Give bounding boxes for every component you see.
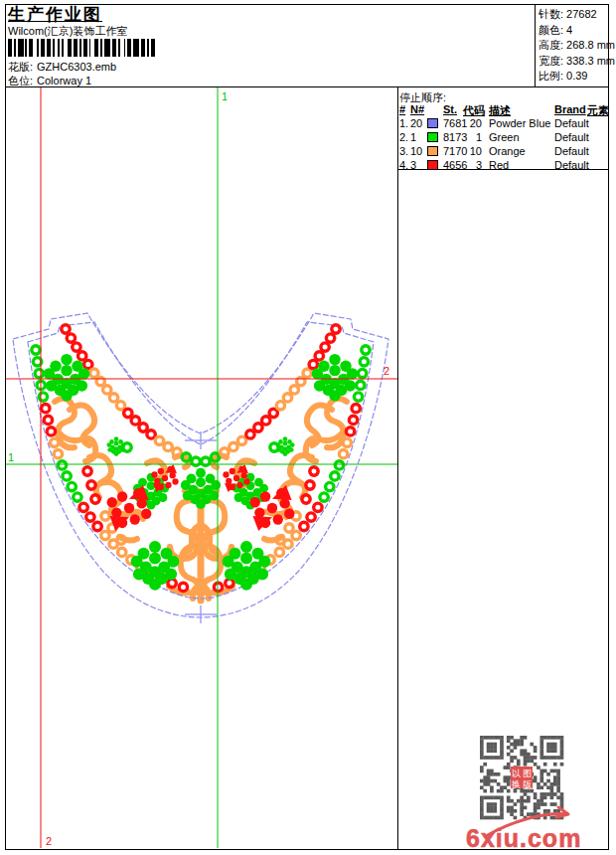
stamp-character: 以 xyxy=(512,769,521,778)
sequin-ring xyxy=(230,442,237,450)
sequin-ring xyxy=(214,583,222,591)
sequin-ring xyxy=(276,402,284,410)
sequin-ring xyxy=(309,360,317,368)
sequin-ring xyxy=(164,442,172,450)
sequin-ring xyxy=(285,524,293,532)
sequin-ring xyxy=(42,405,50,413)
sequin-ring xyxy=(124,409,132,417)
sequin-ring xyxy=(221,448,229,456)
sequin-ring xyxy=(237,436,245,444)
qr-stamp: 以换图版 xyxy=(511,767,533,789)
sequin-ring xyxy=(326,334,334,342)
sequin-ring xyxy=(84,360,92,368)
sequin-ring xyxy=(101,531,109,539)
green-cluster xyxy=(106,436,125,456)
sequin-ring xyxy=(320,493,328,501)
sequin-ring xyxy=(78,352,86,360)
sequin-ring xyxy=(315,352,323,360)
sequin-ring xyxy=(179,583,187,591)
sequin-ring xyxy=(103,386,111,394)
sequin-ring xyxy=(155,436,163,444)
marker-label: 1 xyxy=(222,90,228,102)
sequin-ring xyxy=(352,405,360,413)
sequin-ring xyxy=(339,450,347,458)
sequin-ring xyxy=(87,481,95,489)
sequin-ring xyxy=(116,402,124,410)
sequin-ring xyxy=(360,358,368,366)
sequin-ring xyxy=(254,424,262,431)
sequin-ring xyxy=(54,450,62,458)
stamp-character: 图 xyxy=(523,769,532,778)
sequin-ring xyxy=(283,394,291,402)
sequin-ring xyxy=(109,394,117,402)
sequin-ring xyxy=(303,369,311,377)
sequin-ring xyxy=(354,393,362,401)
sequin-ring xyxy=(359,369,367,377)
sequin-ring xyxy=(269,409,277,417)
sequin-ring xyxy=(306,481,314,489)
sequin-ring xyxy=(131,417,139,425)
sequin-ring xyxy=(307,513,315,521)
sequin-ring xyxy=(86,513,94,521)
sequin-ring xyxy=(326,482,334,490)
sequin-ring xyxy=(346,428,354,435)
sequin-ring xyxy=(39,393,47,401)
sequin-ring xyxy=(101,512,109,520)
sequin-ring xyxy=(226,579,233,587)
sequin-ring xyxy=(44,416,52,424)
sequin-ring xyxy=(63,472,71,480)
sequin-ring xyxy=(68,482,76,490)
sequin-ring xyxy=(58,461,66,469)
sequin-ring xyxy=(321,343,329,351)
sequin-ring xyxy=(300,522,308,530)
sequin-ring xyxy=(292,531,300,539)
design-canvas: 1122以换图版6xiu.com xyxy=(0,0,616,855)
sequin-ring xyxy=(147,430,155,438)
sequin-ring xyxy=(73,343,80,351)
sequin-ring xyxy=(62,325,70,333)
sequin-ring xyxy=(35,369,43,377)
sequin-ring xyxy=(349,416,357,424)
sequin-ring xyxy=(51,438,59,446)
sequin-ring xyxy=(74,493,81,501)
sequin-ring xyxy=(93,522,101,530)
sequin-ring xyxy=(246,430,254,438)
sequin-ring xyxy=(91,495,99,503)
marker-label: 2 xyxy=(46,835,52,847)
green-cluster xyxy=(275,436,294,456)
stamp-character: 换 xyxy=(511,779,521,789)
stamp-character: 版 xyxy=(523,779,532,789)
production-worksheet: { "header": { "title": "生产作业图", "company… xyxy=(0,0,616,855)
watermark-text: 6xiu.com xyxy=(466,824,581,852)
marker-label: 2 xyxy=(384,365,389,377)
sequin-ring xyxy=(275,548,283,556)
sequin-ring xyxy=(362,346,370,354)
sequin-ring xyxy=(335,461,343,469)
sequin-ring xyxy=(357,381,365,389)
sequin-ring xyxy=(139,424,147,431)
sequin-ring xyxy=(47,428,55,435)
marker-label: 1 xyxy=(8,451,14,463)
sequin-ring xyxy=(173,448,181,456)
sequin-ring xyxy=(32,346,40,354)
sequin-ring xyxy=(262,417,270,425)
sequin-ring xyxy=(79,503,87,511)
sequin-ring xyxy=(90,369,98,377)
sequin-ring xyxy=(168,579,176,587)
sequin-ring xyxy=(331,472,339,480)
sequin-ring xyxy=(67,334,75,342)
sequin-ring xyxy=(332,325,340,333)
sequin-ring xyxy=(314,503,322,511)
sequin-ring xyxy=(290,386,298,394)
sequin-ring xyxy=(310,467,318,475)
sequin-ring xyxy=(343,438,351,446)
sequin-ring xyxy=(83,467,91,475)
sequin-ring xyxy=(118,548,126,556)
sequin-ring xyxy=(302,495,310,503)
